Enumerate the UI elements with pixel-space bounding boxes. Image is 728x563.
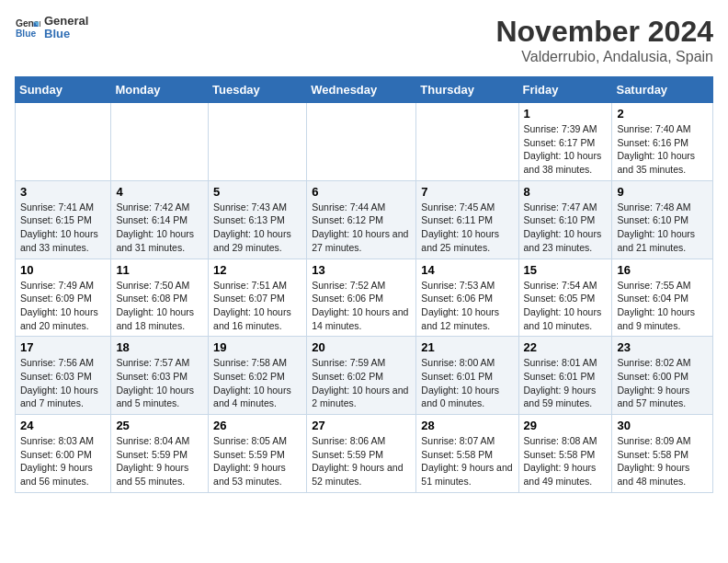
calendar-cell: 28Sunrise: 8:07 AMSunset: 5:58 PMDayligh… bbox=[416, 415, 518, 493]
calendar-cell: 27Sunrise: 8:06 AMSunset: 5:59 PMDayligh… bbox=[307, 415, 416, 493]
day-info: Sunrise: 7:52 AMSunset: 6:06 PMDaylight:… bbox=[312, 279, 411, 333]
day-info: Sunrise: 7:56 AMSunset: 6:03 PMDaylight:… bbox=[20, 356, 106, 410]
calendar-title: November 2024 bbox=[495, 15, 713, 49]
header-wednesday: Wednesday bbox=[307, 77, 416, 103]
day-info: Sunrise: 8:07 AMSunset: 5:58 PMDaylight:… bbox=[421, 434, 513, 488]
day-info: Sunrise: 7:51 AMSunset: 6:07 PMDaylight:… bbox=[213, 279, 301, 333]
calendar-cell bbox=[111, 103, 209, 181]
day-info: Sunrise: 7:50 AMSunset: 6:08 PMDaylight:… bbox=[116, 279, 203, 333]
day-number: 19 bbox=[213, 340, 301, 354]
day-number: 17 bbox=[20, 340, 106, 354]
day-number: 14 bbox=[421, 263, 513, 277]
day-info: Sunrise: 7:58 AMSunset: 6:02 PMDaylight:… bbox=[213, 356, 301, 410]
calendar-cell: 8Sunrise: 7:47 AMSunset: 6:10 PMDaylight… bbox=[518, 180, 612, 259]
calendar-cell bbox=[16, 103, 111, 181]
day-number: 21 bbox=[421, 340, 513, 354]
day-info: Sunrise: 8:06 AMSunset: 5:59 PMDaylight:… bbox=[312, 434, 411, 488]
day-info: Sunrise: 7:57 AMSunset: 6:03 PMDaylight:… bbox=[116, 356, 203, 410]
calendar-cell: 22Sunrise: 8:01 AMSunset: 6:01 PMDayligh… bbox=[518, 337, 612, 415]
day-info: Sunrise: 7:39 AMSunset: 6:17 PMDaylight:… bbox=[524, 122, 608, 177]
header-thursday: Thursday bbox=[416, 77, 518, 103]
calendar-cell: 11Sunrise: 7:50 AMSunset: 6:08 PMDayligh… bbox=[111, 259, 209, 337]
header-tuesday: Tuesday bbox=[209, 77, 307, 103]
day-number: 10 bbox=[20, 263, 106, 277]
day-info: Sunrise: 7:44 AMSunset: 6:12 PMDaylight:… bbox=[312, 201, 411, 255]
logo-text-general: General bbox=[44, 15, 88, 28]
calendar-cell: 2Sunrise: 7:40 AMSunset: 6:16 PMDaylight… bbox=[612, 103, 713, 181]
day-info: Sunrise: 8:05 AMSunset: 5:59 PMDaylight:… bbox=[213, 434, 301, 488]
day-number: 26 bbox=[213, 419, 301, 432]
day-number: 16 bbox=[617, 263, 708, 277]
header-monday: Monday bbox=[111, 77, 209, 103]
day-info: Sunrise: 7:42 AMSunset: 6:14 PMDaylight:… bbox=[116, 201, 203, 255]
title-block: November 2024 Valderrubio, Andalusia, Sp… bbox=[495, 15, 713, 65]
day-number: 28 bbox=[421, 419, 513, 432]
header-saturday: Saturday bbox=[612, 77, 713, 103]
day-info: Sunrise: 8:04 AMSunset: 5:59 PMDaylight:… bbox=[116, 434, 203, 488]
calendar-week-row: 10Sunrise: 7:49 AMSunset: 6:09 PMDayligh… bbox=[16, 259, 713, 337]
day-number: 25 bbox=[116, 419, 203, 432]
logo: General Blue General Blue bbox=[15, 15, 88, 41]
day-number: 22 bbox=[524, 340, 608, 354]
day-info: Sunrise: 7:55 AMSunset: 6:04 PMDaylight:… bbox=[617, 279, 708, 333]
day-info: Sunrise: 8:08 AMSunset: 5:58 PMDaylight:… bbox=[524, 434, 608, 488]
calendar-cell: 12Sunrise: 7:51 AMSunset: 6:07 PMDayligh… bbox=[209, 259, 307, 337]
day-number: 29 bbox=[524, 419, 608, 432]
day-number: 7 bbox=[421, 185, 513, 199]
calendar-week-row: 17Sunrise: 7:56 AMSunset: 6:03 PMDayligh… bbox=[16, 337, 713, 415]
calendar-cell: 15Sunrise: 7:54 AMSunset: 6:05 PMDayligh… bbox=[518, 259, 612, 337]
calendar-cell: 7Sunrise: 7:45 AMSunset: 6:11 PMDaylight… bbox=[416, 180, 518, 259]
day-number: 20 bbox=[312, 340, 411, 354]
day-info: Sunrise: 8:03 AMSunset: 6:00 PMDaylight:… bbox=[20, 434, 106, 488]
calendar-week-row: 3Sunrise: 7:41 AMSunset: 6:15 PMDaylight… bbox=[16, 180, 713, 259]
day-info: Sunrise: 7:48 AMSunset: 6:10 PMDaylight:… bbox=[617, 201, 708, 255]
calendar-cell: 26Sunrise: 8:05 AMSunset: 5:59 PMDayligh… bbox=[209, 415, 307, 493]
day-number: 24 bbox=[20, 419, 106, 432]
day-info: Sunrise: 8:02 AMSunset: 6:00 PMDaylight:… bbox=[617, 356, 708, 410]
day-number: 13 bbox=[312, 263, 411, 277]
logo-text-blue: Blue bbox=[44, 28, 88, 40]
calendar-cell: 14Sunrise: 7:53 AMSunset: 6:06 PMDayligh… bbox=[416, 259, 518, 337]
day-number: 15 bbox=[524, 263, 608, 277]
day-number: 18 bbox=[116, 340, 203, 354]
calendar-cell bbox=[307, 103, 416, 181]
svg-text:Blue: Blue bbox=[16, 29, 37, 40]
day-number: 2 bbox=[617, 107, 708, 121]
calendar-week-row: 1Sunrise: 7:39 AMSunset: 6:17 PMDaylight… bbox=[16, 103, 713, 181]
day-number: 4 bbox=[116, 185, 203, 199]
day-info: Sunrise: 8:01 AMSunset: 6:01 PMDaylight:… bbox=[524, 356, 608, 410]
calendar-cell: 21Sunrise: 8:00 AMSunset: 6:01 PMDayligh… bbox=[416, 337, 518, 415]
day-info: Sunrise: 7:40 AMSunset: 6:16 PMDaylight:… bbox=[617, 122, 708, 177]
calendar-cell bbox=[416, 103, 518, 181]
day-number: 5 bbox=[213, 185, 301, 199]
calendar-week-row: 24Sunrise: 8:03 AMSunset: 6:00 PMDayligh… bbox=[16, 415, 713, 493]
day-number: 12 bbox=[213, 263, 301, 277]
day-number: 3 bbox=[20, 185, 106, 199]
calendar-cell: 23Sunrise: 8:02 AMSunset: 6:00 PMDayligh… bbox=[612, 337, 713, 415]
calendar-cell: 1Sunrise: 7:39 AMSunset: 6:17 PMDaylight… bbox=[518, 103, 612, 181]
day-info: Sunrise: 7:54 AMSunset: 6:05 PMDaylight:… bbox=[524, 279, 608, 333]
day-info: Sunrise: 8:09 AMSunset: 5:58 PMDaylight:… bbox=[617, 434, 708, 488]
day-number: 11 bbox=[116, 263, 203, 277]
day-number: 1 bbox=[524, 107, 608, 121]
day-number: 27 bbox=[312, 419, 411, 432]
calendar-cell: 4Sunrise: 7:42 AMSunset: 6:14 PMDaylight… bbox=[111, 180, 209, 259]
calendar-cell bbox=[209, 103, 307, 181]
calendar-cell: 5Sunrise: 7:43 AMSunset: 6:13 PMDaylight… bbox=[209, 180, 307, 259]
page-header: General Blue General Blue November 2024 … bbox=[15, 15, 713, 65]
day-number: 23 bbox=[617, 340, 708, 354]
day-number: 9 bbox=[617, 185, 708, 199]
calendar-cell: 24Sunrise: 8:03 AMSunset: 6:00 PMDayligh… bbox=[16, 415, 111, 493]
calendar-cell: 18Sunrise: 7:57 AMSunset: 6:03 PMDayligh… bbox=[111, 337, 209, 415]
day-info: Sunrise: 7:59 AMSunset: 6:02 PMDaylight:… bbox=[312, 356, 411, 410]
day-info: Sunrise: 7:53 AMSunset: 6:06 PMDaylight:… bbox=[421, 279, 513, 333]
calendar-cell: 3Sunrise: 7:41 AMSunset: 6:15 PMDaylight… bbox=[16, 180, 111, 259]
day-number: 30 bbox=[617, 419, 708, 432]
calendar-cell: 25Sunrise: 8:04 AMSunset: 5:59 PMDayligh… bbox=[111, 415, 209, 493]
calendar-cell: 30Sunrise: 8:09 AMSunset: 5:58 PMDayligh… bbox=[612, 415, 713, 493]
calendar-header-row: Sunday Monday Tuesday Wednesday Thursday… bbox=[16, 77, 713, 103]
header-friday: Friday bbox=[518, 77, 612, 103]
day-number: 6 bbox=[312, 185, 411, 199]
day-info: Sunrise: 7:49 AMSunset: 6:09 PMDaylight:… bbox=[20, 279, 106, 333]
calendar-cell: 13Sunrise: 7:52 AMSunset: 6:06 PMDayligh… bbox=[307, 259, 416, 337]
